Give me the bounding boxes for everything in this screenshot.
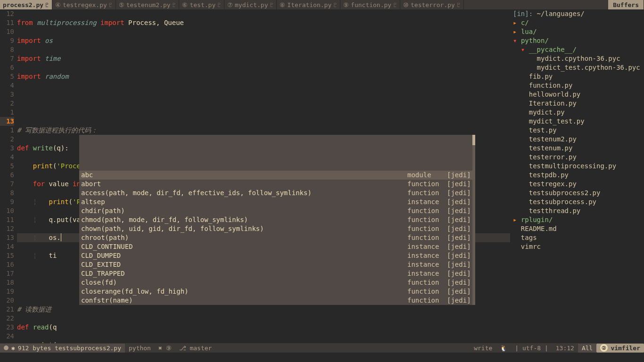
- line-number: 4: [0, 153, 14, 162]
- completion-item[interactable]: CLD_EXITEDinstance[jedi]: [79, 260, 475, 269]
- folder-item[interactable]: ▸ rplugin/: [513, 215, 644, 224]
- sl-errors[interactable]: ✖ ⑨: [155, 344, 175, 353]
- file-info: 912 bytes testsubprocess2.py: [18, 344, 121, 353]
- file-explorer[interactable]: [in]: ~/languages/ ▸ c/▸ lua/▾ python/ ▾…: [510, 9, 644, 353]
- buffers-button[interactable]: Buffers: [608, 0, 644, 9]
- line-number: 11: [0, 18, 14, 27]
- popup-scrollbar[interactable]: [472, 135, 475, 305]
- sl-position: 13:12: [552, 344, 578, 353]
- file-item[interactable]: Iteration.py: [513, 99, 644, 108]
- popup-scroll-thumb[interactable]: [472, 135, 475, 145]
- completion-item[interactable]: CLD_TRAPPEDinstance[jedi]: [79, 269, 475, 278]
- file-item[interactable]: mydict_test.py: [513, 117, 644, 126]
- completion-item[interactable]: chown(path, uid, gid, dir_fd, follow_sym…: [79, 224, 475, 233]
- editor-pane[interactable]: 1211109876543211312345678910111213141516…: [0, 9, 510, 353]
- file-item[interactable]: mydict.cpython-36.pyc: [513, 54, 644, 63]
- folder-item[interactable]: ▸ c/: [513, 18, 644, 27]
- sl-mode: write: [470, 344, 496, 353]
- sl-branch: ⎇ master: [175, 344, 216, 353]
- cursor-line-text: os.: [49, 234, 60, 241]
- completion-item[interactable]: confstr(name)function[jedi]: [79, 296, 475, 305]
- code-area[interactable]: from multiprocessing import Process, Que…: [17, 9, 510, 353]
- line-number: 5: [0, 162, 14, 171]
- tab-process2-py[interactable]: process2.py♇: [0, 0, 52, 9]
- sl-os: 🐧: [496, 344, 511, 353]
- folder-item[interactable]: ▾ __pycache__/: [513, 45, 644, 54]
- line-number: 3: [0, 90, 14, 99]
- file-item[interactable]: fib.py: [513, 72, 644, 81]
- completion-item[interactable]: chroot(path)function[jedi]: [79, 233, 475, 242]
- line-number: 13: [0, 233, 14, 242]
- status-line: ✱ 912 bytes testsubprocess2.py python ✖ …: [0, 343, 644, 353]
- completion-item[interactable]: closerange(fd_low, fd_high)function[jedi…: [79, 287, 475, 296]
- file-item[interactable]: helloworld.py: [513, 90, 644, 99]
- file-item[interactable]: testenum.py: [513, 144, 644, 153]
- file-item[interactable]: testmultiprocessing.py: [513, 162, 644, 171]
- line-number: 2: [0, 99, 14, 108]
- file-item[interactable]: testthread.py: [513, 206, 644, 215]
- modified-indicator: ✱: [11, 344, 15, 353]
- git-branch: ⎇ master: [179, 344, 212, 353]
- main-area: 1211109876543211312345678910111213141516…: [0, 9, 644, 353]
- file-item[interactable]: testpdb.py: [513, 171, 644, 180]
- tab-testerror-py[interactable]: ⑩testerror.py♇: [400, 0, 464, 9]
- folder-item[interactable]: ▸ lua/: [513, 27, 644, 36]
- file-item[interactable]: testsubprocess2.py: [513, 189, 644, 197]
- file-item[interactable]: testsubprocess.py: [513, 197, 644, 206]
- line-number: 11: [0, 215, 14, 224]
- line-number: 1: [0, 108, 14, 117]
- tab-function-py[interactable]: ⑨function.py♇: [340, 0, 400, 9]
- tab-Iteration-py[interactable]: ⑧Iteration.py♇: [277, 0, 340, 9]
- sl-encoding: | utf-8 |: [511, 344, 552, 353]
- line-number: 7: [0, 180, 14, 189]
- completion-item[interactable]: CLD_CONTINUEDinstance[jedi]: [79, 242, 475, 251]
- line-number: 6: [0, 63, 14, 72]
- completion-item[interactable]: abcmodule[jedi]: [79, 171, 475, 180]
- encoding: | utf-8 |: [515, 344, 548, 353]
- tab-testregex-py[interactable]: ④testregex.py♇: [52, 0, 116, 9]
- completion-item[interactable]: CLD_DUMPEDinstance[jedi]: [79, 251, 475, 260]
- line-number: 23: [0, 323, 14, 332]
- file-item[interactable]: test.py: [513, 126, 644, 135]
- completion-item[interactable]: altsepinstance[jedi]: [79, 197, 475, 206]
- line-number: 12: [0, 224, 14, 233]
- file-item[interactable]: mydict.py: [513, 108, 644, 117]
- os-icon: 🐧: [500, 344, 507, 353]
- tab-bar: process2.py♇④testregex.py♇⑤testenum2.py♇…: [0, 0, 644, 9]
- line-number: 15: [0, 251, 14, 260]
- sl-filetype: python: [125, 344, 155, 353]
- file-item[interactable]: vimrc: [513, 242, 644, 251]
- line-number: 2: [0, 135, 14, 144]
- folder-item[interactable]: ▾ python/: [513, 36, 644, 45]
- line-number: 8: [0, 45, 14, 54]
- line-number: 9: [0, 36, 14, 45]
- file-item[interactable]: README.md: [513, 224, 644, 233]
- filer-header-label: [in]:: [513, 10, 533, 17]
- file-item[interactable]: tags: [513, 233, 644, 242]
- file-item[interactable]: mydict_test.cpython-36.pyc: [513, 63, 644, 72]
- line-number: 18: [0, 278, 14, 287]
- completion-item[interactable]: close(fd)function[jedi]: [79, 278, 475, 287]
- line-number: 3: [0, 144, 14, 153]
- line-number: 8: [0, 189, 14, 197]
- file-item[interactable]: testerror.py: [513, 153, 644, 162]
- line-number: 21: [0, 305, 14, 314]
- completion-item[interactable]: access(path, mode, dir_fd, effective_ids…: [79, 189, 475, 197]
- file-item[interactable]: testregex.py: [513, 180, 644, 189]
- completion-popup[interactable]: abcmodule[jedi]abortfunction[jedi]access…: [79, 135, 475, 305]
- completion-item[interactable]: chdir(path)function[jedi]: [79, 206, 475, 215]
- file-item[interactable]: testenum2.py: [513, 135, 644, 144]
- completion-item[interactable]: chmod(path, mode, dir_fd, follow_symlink…: [79, 215, 475, 224]
- line-number: 1: [0, 126, 14, 135]
- command-line[interactable]: [0, 353, 644, 362]
- tab-mydict-py[interactable]: ⑦mydict.py♇: [224, 0, 277, 9]
- sl-right-pane: ② vimfiler: [596, 344, 644, 353]
- file-item[interactable]: function.py: [513, 81, 644, 90]
- completion-item[interactable]: abortfunction[jedi]: [79, 180, 475, 189]
- tab-testenum2-py[interactable]: ⑤testenum2.py♇: [116, 0, 180, 9]
- vim-mode: write: [474, 344, 492, 353]
- line-number: 24: [0, 332, 14, 341]
- line-number: 5: [0, 72, 14, 81]
- line-number: 4: [0, 81, 14, 90]
- tab-test-py[interactable]: ⑥test.py♇: [179, 0, 224, 9]
